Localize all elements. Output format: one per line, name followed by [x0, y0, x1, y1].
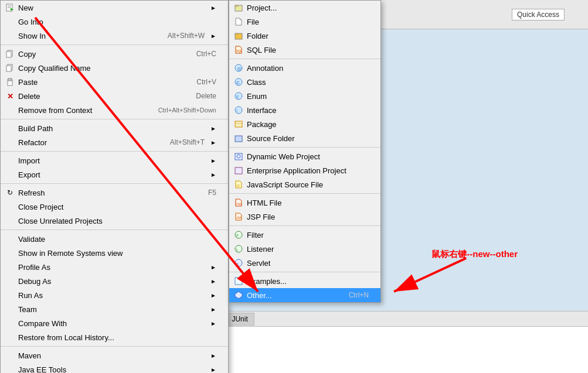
- menu-item-maven-arrow: ►: [210, 353, 216, 359]
- submenu-item-source-folder[interactable]: Source Folder: [229, 131, 380, 145]
- menu-item-restore-history[interactable]: Restore from Local History...: [1, 330, 228, 344]
- submenu-item-enum[interactable]: E Enum: [229, 89, 380, 103]
- menu-item-profile-as-label: Profile As: [18, 263, 205, 272]
- menu-item-paste[interactable]: Paste Ctrl+V: [1, 75, 228, 89]
- menu-item-export-arrow: ►: [210, 172, 216, 178]
- menu-item-delete-label: Delete: [18, 92, 178, 101]
- menu-item-refresh[interactable]: ↻ Refresh F5: [1, 186, 228, 200]
- submenu-item-listener[interactable]: L Listener: [229, 242, 380, 256]
- show-remote-icon: [5, 248, 15, 258]
- menu-item-refresh-shortcut: F5: [208, 189, 216, 197]
- submenu-item-js-source[interactable]: JS JavaScript Source File: [229, 177, 380, 191]
- servlet-icon: S: [234, 258, 243, 268]
- remove-context-icon: [5, 105, 15, 115]
- menu-item-show-in-shortcut: Alt+Shift+W: [168, 32, 205, 40]
- menu-item-close-project[interactable]: Close Project: [1, 200, 228, 214]
- project-icon: [234, 3, 243, 12]
- submenu-item-servlet[interactable]: S Servlet: [229, 256, 380, 270]
- menu-item-maven[interactable]: Maven ►: [1, 348, 228, 362]
- file-icon: [234, 17, 243, 26]
- submenu-item-file[interactable]: File: [229, 15, 380, 29]
- menu-item-new[interactable]: New ►: [1, 1, 228, 15]
- menu-item-team-label: Team: [18, 305, 205, 314]
- menu-item-compare-with[interactable]: Compare With ►: [1, 316, 228, 330]
- menu-item-import-arrow: ►: [210, 158, 216, 164]
- quick-access-label: Quick Access: [517, 11, 559, 19]
- menu-item-validate[interactable]: Validate: [1, 232, 228, 246]
- submenu-item-annotation[interactable]: @ Annotation: [229, 61, 380, 75]
- menu-item-profile-as[interactable]: Profile As ►: [1, 260, 228, 274]
- submenu-item-project[interactable]: Project...: [229, 1, 380, 15]
- submenu-item-sql[interactable]: SQL SQL File: [229, 43, 380, 57]
- menu-item-export[interactable]: Export ►: [1, 167, 228, 182]
- maven-icon: [5, 351, 15, 360]
- menu-item-compare-with-arrow: ►: [210, 320, 216, 327]
- menu-item-refactor[interactable]: Refactor Alt+Shift+T ►: [1, 135, 228, 149]
- submenu-item-other-shortcut: Ctrl+N: [349, 291, 369, 299]
- menu-item-remove-context[interactable]: Remove from Context Ctrl+Alt+Shift+Down: [1, 103, 228, 117]
- menu-item-import[interactable]: Import ►: [1, 153, 228, 167]
- tab-junit[interactable]: JUnit: [225, 313, 254, 326]
- menu-item-copy-qualified[interactable]: Copy Qualified Name: [1, 61, 228, 75]
- submenu-item-other[interactable]: Other... Ctrl+N: [229, 288, 380, 302]
- menu-item-show-in-arrow: ►: [210, 33, 216, 39]
- svg-rect-7: [6, 66, 11, 71]
- menu-item-build-path[interactable]: Build Path ►: [1, 121, 228, 135]
- submenu-item-jsp[interactable]: JSP JSP File: [229, 210, 380, 224]
- menu-item-run-as-label: Run As: [18, 291, 205, 300]
- submenu-item-annotation-label: Annotation: [247, 64, 369, 73]
- menu-item-refactor-arrow: ►: [210, 139, 216, 146]
- package-icon: [234, 119, 243, 129]
- submenu-item-filter-label: Filter: [247, 231, 369, 239]
- svg-rect-28: [235, 136, 242, 142]
- menu-item-debug-as[interactable]: Debug As ►: [1, 274, 228, 288]
- enterprise-icon: [234, 166, 243, 175]
- menu-item-show-in[interactable]: Show In Alt+Shift+W ►: [1, 29, 228, 43]
- menu-item-delete[interactable]: ✕ Delete Delete: [1, 89, 228, 103]
- export-icon: [5, 170, 15, 179]
- menu-item-remove-context-label: Remove from Context: [18, 106, 141, 115]
- menu-item-build-path-arrow: ►: [210, 125, 216, 132]
- listener-icon: L: [234, 244, 243, 254]
- submenu-item-sql-label: SQL File: [247, 46, 369, 54]
- menu-item-show-remote[interactable]: Show in Remote Systems view: [1, 246, 228, 260]
- submenu-item-examples-label: Examples...: [247, 277, 369, 286]
- menu-item-copy-label: Copy: [18, 50, 179, 59]
- menu-item-export-label: Export: [18, 170, 205, 179]
- submenu-sep-1: [229, 59, 380, 59]
- submenu-item-filter[interactable]: F Filter: [229, 228, 380, 242]
- submenu-item-enterprise[interactable]: Enterprise Application Project: [229, 163, 380, 177]
- submenu-item-interface[interactable]: I Interface: [229, 103, 380, 117]
- copy-icon: [5, 49, 15, 59]
- submenu-item-class[interactable]: C Class: [229, 75, 380, 89]
- submenu-item-other-label: Other...: [247, 291, 331, 300]
- svg-marker-11: [235, 5, 238, 6]
- submenu-item-package[interactable]: Package: [229, 117, 380, 131]
- submenu-item-dynamic-web[interactable]: Dynamic Web Project: [229, 149, 380, 163]
- menu-item-java-ee[interactable]: Java EE Tools ►: [1, 362, 228, 373]
- js-source-icon: JS: [234, 180, 243, 189]
- menu-item-copy[interactable]: Copy Ctrl+C: [1, 47, 228, 61]
- separator-1: [1, 45, 228, 45]
- html-icon: HTML: [234, 198, 243, 207]
- menu-item-go-into-label: Go Into: [18, 18, 216, 26]
- close-project-icon: [5, 202, 15, 211]
- svg-text:S: S: [236, 262, 239, 266]
- svg-text:@: @: [237, 66, 242, 71]
- submenu-item-html[interactable]: HTML HTML File: [229, 196, 380, 210]
- debug-as-icon: [5, 276, 15, 286]
- profile-as-icon: [5, 262, 15, 272]
- restore-history-icon: [5, 333, 15, 342]
- menu-item-close-unrelated[interactable]: Close Unrelated Projects: [1, 214, 228, 228]
- svg-text:JS: JS: [236, 184, 240, 187]
- menu-item-go-into[interactable]: Go Into: [1, 15, 228, 29]
- submenu-item-folder[interactable]: Folder: [229, 29, 380, 43]
- separator-6: [1, 346, 228, 347]
- menu-item-run-as[interactable]: Run As ►: [1, 288, 228, 302]
- menu-item-team[interactable]: Team ►: [1, 302, 228, 316]
- menu-item-build-path-label: Build Path: [18, 124, 205, 133]
- refresh-icon: ↻: [5, 188, 15, 197]
- source-folder-icon: [234, 134, 243, 143]
- quick-access-box[interactable]: Quick Access: [512, 9, 565, 20]
- submenu-item-examples[interactable]: Examples...: [229, 274, 380, 288]
